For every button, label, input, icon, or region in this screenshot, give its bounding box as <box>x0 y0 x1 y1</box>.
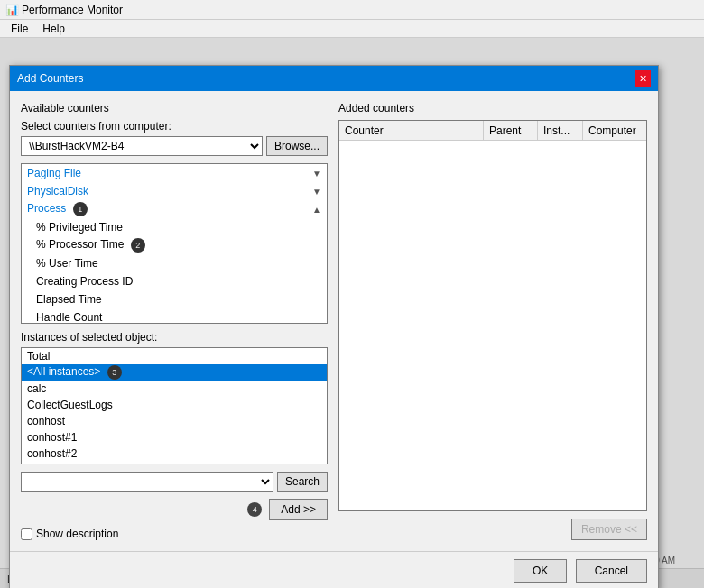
menu-bar: File Help <box>0 20 704 38</box>
counter-privileged-time[interactable]: % Privileged Time <box>22 218 327 236</box>
footer-buttons: OK Cancel <box>514 559 647 583</box>
th-parent: Parent <box>484 121 538 140</box>
computer-select-row: \\BurstHackVM2-B4 Browse... <box>21 136 328 156</box>
add-row: 4 Add >> <box>21 499 328 520</box>
instance-conhost[interactable]: conhost <box>22 413 327 429</box>
app-icon: 📊 <box>5 4 18 16</box>
remove-button[interactable]: Remove << <box>571 519 647 540</box>
remove-row: Remove << <box>338 519 647 540</box>
instance-conhost2[interactable]: conhost#2 <box>22 446 327 462</box>
dialog-title-bar: Add Counters ✕ <box>10 66 658 91</box>
dialog-body: Available counters Select counters from … <box>10 91 658 551</box>
th-inst: Inst... <box>538 121 583 140</box>
counter-elapsed-time[interactable]: Elapsed Time <box>22 290 327 308</box>
left-panel: Available counters Select counters from … <box>21 102 328 540</box>
cancel-button[interactable]: Cancel <box>576 559 647 583</box>
show-description-row: Show description <box>21 528 328 540</box>
counter-process[interactable]: Process 1 ▲ <box>22 200 327 218</box>
search-select[interactable] <box>21 472 273 492</box>
show-description-checkbox[interactable] <box>21 528 32 540</box>
added-counters-label: Added counters <box>338 102 647 115</box>
show-description-label: Show description <box>36 528 118 540</box>
processor-time-badge: 2 <box>131 238 145 253</box>
add-button[interactable]: Add >> <box>269 499 328 520</box>
dialog-title: Add Counters <box>17 72 83 85</box>
instance-collect-guest-logs[interactable]: CollectGuestLogs <box>22 397 327 413</box>
instance-conhost1[interactable]: conhost#1 <box>22 429 327 446</box>
counter-handle-count[interactable]: Handle Count <box>22 308 327 324</box>
counter-physical-disk[interactable]: PhysicalDisk ▼ <box>22 182 327 200</box>
add-counters-dialog: Add Counters ✕ Available counters Select… <box>9 65 659 588</box>
table-header: Counter Parent Inst... Computer <box>339 121 646 141</box>
title-bar: 📊 Performance Monitor <box>0 0 704 20</box>
available-counters-label: Available counters <box>21 102 328 115</box>
paging-file-expand-icon: ▼ <box>312 169 321 179</box>
dialog-close-button[interactable]: ✕ <box>635 70 651 87</box>
process-badge: 1 <box>73 202 88 216</box>
th-counter: Counter <box>339 121 484 140</box>
right-panel: Added counters Counter Parent Inst... Co… <box>338 102 647 540</box>
counter-paging-file[interactable]: Paging File ▼ <box>22 164 327 182</box>
process-expand-icon: ▲ <box>312 205 321 215</box>
browse-button[interactable]: Browse... <box>266 136 328 156</box>
menu-file[interactable]: File <box>4 20 35 37</box>
instances-list[interactable]: Total <All instances> 3 calc CollectGues… <box>21 347 328 464</box>
app-title: Performance Monitor <box>22 4 123 16</box>
instance-calc[interactable]: calc <box>22 381 327 397</box>
instance-total[interactable]: Total <box>22 348 327 364</box>
ok-button[interactable]: OK <box>514 559 567 583</box>
added-counters-table: Counter Parent Inst... Computer <box>338 120 647 511</box>
counter-user-time[interactable]: % User Time <box>22 254 327 272</box>
th-computer: Computer <box>583 121 646 140</box>
counter-processor-time[interactable]: % Processor Time 2 <box>22 236 327 254</box>
computer-label: Select counters from computer: <box>21 120 328 133</box>
instance-cpustres[interactable]: CPUSTRES <box>22 462 327 464</box>
instances-label: Instances of selected object: <box>21 331 328 344</box>
computer-select[interactable]: \\BurstHackVM2-B4 <box>21 136 263 156</box>
dialog-footer: OK Cancel <box>10 551 658 588</box>
add-badge: 4 <box>247 502 262 517</box>
instance-all[interactable]: <All instances> 3 <box>22 364 327 381</box>
all-instances-badge: 3 <box>107 365 122 380</box>
search-row: Search <box>21 472 328 492</box>
physical-disk-expand-icon: ▼ <box>312 187 321 197</box>
counter-creating-process-id[interactable]: Creating Process ID <box>22 272 327 290</box>
menu-help[interactable]: Help <box>35 20 72 37</box>
search-button[interactable]: Search <box>277 472 328 492</box>
counters-list[interactable]: Paging File ▼ PhysicalDisk ▼ Process 1 ▲… <box>21 163 328 324</box>
background-window: 2:25:12 AM 2:26:20 AM 2:29:20 AM 2:32:20… <box>0 38 704 588</box>
